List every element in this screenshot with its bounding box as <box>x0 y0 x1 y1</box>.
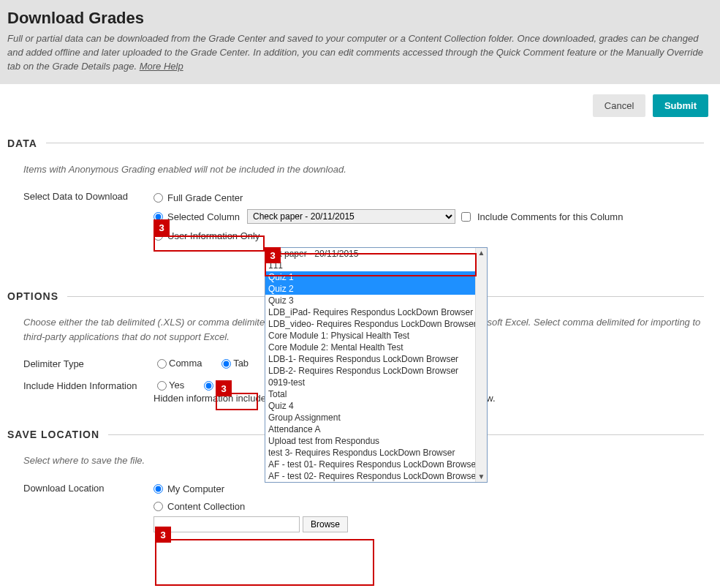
callout-download-location: 3 <box>155 527 171 538</box>
dropdown-item[interactable]: Quiz 4 <box>265 400 475 412</box>
scroll-up-icon[interactable]: ▲ <box>478 248 485 258</box>
page-description: Full or partial data can be downloaded f… <box>7 32 713 74</box>
callout-box-tab <box>216 393 258 410</box>
dropdown-item[interactable]: AF - test 02- Requires Respondus LockDow… <box>265 470 475 482</box>
dropdown-item[interactable]: Quiz 3 <box>265 295 475 306</box>
opt-full-radio[interactable] <box>154 193 163 203</box>
dropdown-item[interactable]: Group Assignment <box>265 412 475 423</box>
opt-my-computer[interactable]: My Computer <box>154 481 713 497</box>
download-location-label: Download Location <box>23 481 154 494</box>
callout-box-selected-column <box>154 235 265 252</box>
column-dropdown-panel: 3 eck paper - 20/11/2015 111 Quiz 1 Quiz… <box>265 247 488 483</box>
dropdown-scrollbar[interactable]: ▲ ▼ <box>475 248 487 482</box>
opt-content-collection[interactable]: Content Collection <box>154 499 713 515</box>
hidden-no-radio[interactable] <box>204 381 213 391</box>
dropdown-item[interactable]: Core Module 2: Mental Health Test <box>265 342 475 353</box>
data-heading: DATA <box>7 137 713 149</box>
delimiter-comma[interactable]: Comma <box>154 357 202 369</box>
dropdown-item[interactable]: Core Module 1: Physical Health Test <box>265 330 475 342</box>
column-select[interactable]: Check paper - 20/11/2015 <box>247 209 455 224</box>
scroll-down-icon[interactable]: ▼ <box>478 472 485 482</box>
content-collection-path-input[interactable] <box>154 516 300 532</box>
action-bar: Cancel Submit <box>0 84 720 127</box>
more-help-link[interactable]: More Help <box>140 61 183 72</box>
browse-button[interactable]: Browse <box>303 516 348 532</box>
dropdown-item[interactable]: test 3- Requires Respondus LockDown Brow… <box>265 447 475 459</box>
data-section: DATA Items with Anonymous Grading enable… <box>0 137 720 247</box>
anonymous-note: Items with Anonymous Grading enabled wil… <box>7 162 713 177</box>
dropdown-item[interactable]: LDB_video- Requires Respondus LockDown B… <box>265 318 475 330</box>
callout-dropdown-badge: 3 <box>265 247 281 263</box>
opt-full-grade-center[interactable]: Full Grade Center <box>154 189 713 206</box>
dropdown-item[interactable]: 0919-test <box>265 377 475 388</box>
page-header: Download Grades Full or partial data can… <box>0 0 720 84</box>
delimiter-tab[interactable]: Tab <box>218 357 249 369</box>
cancel-button[interactable]: Cancel <box>593 94 645 117</box>
dropdown-item[interactable]: Upload test from Respondus <box>265 435 475 447</box>
dropdown-item[interactable]: Attendance A <box>265 423 475 435</box>
hidden-yes-radio[interactable] <box>157 381 167 391</box>
hidden-yes[interactable]: Yes <box>154 379 184 391</box>
delimiter-tab-radio[interactable] <box>221 359 231 369</box>
delimiter-label: Delimiter Type <box>23 357 154 369</box>
include-comments-label: Include Comments for this Column <box>477 211 623 222</box>
submit-button[interactable]: Submit <box>653 94 708 117</box>
my-computer-radio[interactable] <box>154 484 163 494</box>
callout-selected-column: 3 <box>154 219 170 235</box>
dropdown-item[interactable]: Quiz 2 <box>265 283 475 295</box>
dropdown-item[interactable]: LDB-1- Requires Respondus LockDown Brows… <box>265 353 475 365</box>
dropdown-item[interactable]: LDB_iPad- Requires Respondus LockDown Br… <box>265 306 475 318</box>
callout-box-quiz <box>265 253 477 276</box>
dropdown-list[interactable]: eck paper - 20/11/2015 111 Quiz 1 Quiz 2… <box>265 248 475 482</box>
page-title: Download Grades <box>7 9 713 28</box>
delimiter-comma-radio[interactable] <box>157 359 167 369</box>
include-comments-checkbox[interactable] <box>461 212 471 222</box>
dropdown-item[interactable]: Total <box>265 388 475 400</box>
dropdown-item[interactable]: AF - test 01- Requires Respondus LockDow… <box>265 459 475 470</box>
dropdown-item[interactable]: LDB-2- Requires Respondus LockDown Brows… <box>265 365 475 377</box>
opt-selected-column[interactable]: Selected Column Check paper - 20/11/2015… <box>154 208 713 225</box>
hidden-info-label: Include Hidden Information <box>23 379 154 391</box>
content-collection-radio[interactable] <box>154 502 163 511</box>
select-data-label: Select Data to Download <box>23 189 154 202</box>
